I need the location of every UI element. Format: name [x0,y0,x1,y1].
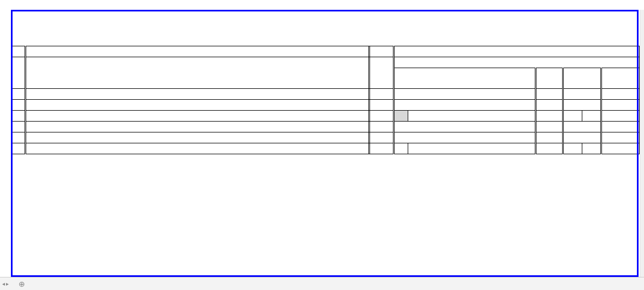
section-pkb [26,132,369,143]
row-qn[interactable] [394,143,408,154]
row-out[interactable] [408,143,536,154]
row-out[interactable] [408,110,536,121]
row-wk2[interactable] [582,143,601,154]
row-kegiatan[interactable] [26,143,369,154]
header-dinilai [394,46,640,57]
header-no-kegiatan [11,57,26,88]
header-no-left [11,46,26,57]
row-qn[interactable] [394,110,408,121]
data-row [11,110,640,121]
data-row [11,143,640,154]
tab-nav-buttons[interactable]: ◂ ▸ [2,281,9,287]
row-ak[interactable] [369,110,394,121]
title-line-1 [11,10,640,21]
spreadsheet-grid[interactable] [11,10,640,154]
add-sheet-button[interactable]: ⊕ [15,280,28,288]
row-ak[interactable] [369,143,394,154]
row-number[interactable] [11,110,26,121]
tab-prev-icon[interactable]: ◂ [2,281,5,287]
header-kual [536,68,563,88]
section-pendidikan [26,99,369,110]
section-manajerial [26,121,369,132]
row-wk1[interactable] [563,143,582,154]
vertical-scrollbar[interactable] [640,10,644,277]
row-number[interactable] [11,143,26,154]
title-line-3 [11,32,640,43]
header-penilai [26,46,369,57]
row-kegiatan[interactable] [26,110,369,121]
row-biaya[interactable] [601,143,640,154]
sheet-tab-bar: ◂ ▸ ⊕ [0,277,644,290]
sheet-area[interactable] [11,10,640,277]
row-mutu[interactable] [536,110,563,121]
row-mutu[interactable] [536,143,563,154]
header-kegiatan [26,57,369,88]
row-wk1[interactable] [563,110,582,121]
header-biaya [601,68,640,88]
header-kuant [394,68,536,88]
header-waktu [563,68,601,88]
header-target [394,57,640,68]
section-unsur [26,88,369,99]
tab-next-icon[interactable]: ▸ [6,281,9,287]
header-ak [369,57,394,88]
row-biaya[interactable] [601,110,640,121]
row-wk2[interactable] [582,110,601,121]
header-no-right [369,46,394,57]
cell-blank[interactable] [11,88,26,99]
title-line-2 [11,21,640,32]
